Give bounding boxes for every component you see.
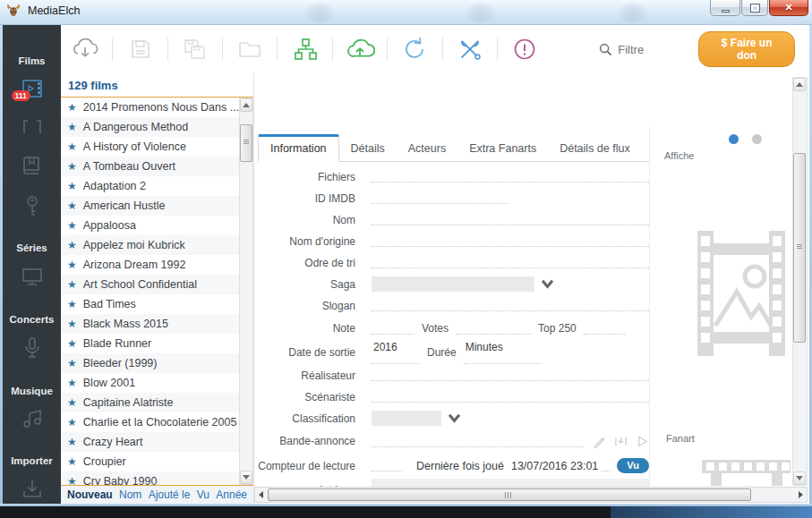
realisateur-field[interactable] bbox=[372, 369, 649, 381]
film-list-item[interactable]: ★ American Hustle bbox=[61, 196, 239, 216]
vu-toggle-button[interactable]: Vu bbox=[617, 458, 649, 473]
chevron-down-icon[interactable] bbox=[448, 413, 461, 423]
scroll-up-arrow[interactable] bbox=[240, 98, 252, 112]
sort-option[interactable]: Ajouté le bbox=[149, 488, 191, 501]
classification-select[interactable] bbox=[372, 411, 441, 426]
film-list-item[interactable]: ★ Croupier bbox=[61, 452, 239, 471]
imdb-field[interactable] bbox=[372, 192, 508, 204]
field-label: ID IMDB bbox=[255, 192, 355, 205]
top250-field[interactable] bbox=[584, 323, 625, 335]
film-list-item[interactable]: ★ Capitaine Alatriste bbox=[61, 393, 239, 412]
film-list-item[interactable]: ★ Crazy Heart bbox=[61, 432, 239, 452]
scroll-right-arrow[interactable] bbox=[795, 488, 807, 501]
save-all-button[interactable] bbox=[171, 37, 219, 62]
main-vertical-scrollbar[interactable] bbox=[792, 77, 808, 486]
scenariste-field[interactable] bbox=[372, 391, 649, 403]
sidebar-item-certifications[interactable] bbox=[21, 155, 44, 176]
settings-button[interactable] bbox=[446, 36, 494, 63]
film-list-item[interactable]: ★ A Dangerous Method bbox=[61, 117, 239, 137]
sidebar-section-series[interactable]: Séries bbox=[16, 242, 47, 253]
maximize-button[interactable] bbox=[741, 0, 768, 16]
film-list-item[interactable]: ★ Charlie et la Chocolaterie 2005 bbox=[61, 412, 239, 432]
tab-details-flux[interactable]: Détails de flux bbox=[548, 137, 642, 161]
slogan-field[interactable] bbox=[372, 300, 649, 311]
sidebar-item-importer[interactable] bbox=[21, 477, 44, 500]
bande-annonce-field[interactable] bbox=[372, 436, 584, 447]
sort-option[interactable]: Vu bbox=[197, 488, 209, 501]
sidebar-section-films[interactable]: Films bbox=[18, 55, 45, 66]
scrollbar-thumb[interactable] bbox=[240, 124, 252, 162]
film-list-item[interactable]: ★ Art School Confidential bbox=[61, 275, 239, 294]
scrollbar-thumb[interactable] bbox=[793, 153, 806, 343]
refresh-button[interactable] bbox=[390, 36, 439, 63]
film-list-item[interactable]: ★ 2014 Promenons Nous Dans ... bbox=[61, 98, 239, 117]
edit-pencil-icon[interactable] bbox=[593, 435, 606, 448]
film-list-item[interactable]: ★ Appaloosa bbox=[61, 216, 239, 235]
filter-input[interactable] bbox=[618, 43, 698, 56]
tab-details[interactable]: Détails bbox=[339, 137, 397, 161]
nom-origine-field[interactable] bbox=[372, 235, 649, 247]
sort-option[interactable]: Année bbox=[216, 488, 247, 501]
scroll-left-arrow[interactable] bbox=[255, 488, 267, 501]
scrollbar-thumb[interactable] bbox=[268, 488, 751, 501]
pager-dot-active[interactable] bbox=[729, 134, 739, 144]
derniere-value[interactable]: 13/07/2016 23:01 bbox=[511, 460, 598, 472]
ordre-tri-field[interactable] bbox=[372, 257, 649, 268]
sidebar-section-concerts[interactable]: Concerts bbox=[10, 314, 55, 325]
film-list-item[interactable]: ★ A History of Violence bbox=[61, 137, 239, 157]
pager-dot[interactable] bbox=[752, 134, 762, 144]
film-list-item[interactable]: ★ Bad Times bbox=[61, 294, 239, 314]
minimize-button[interactable] bbox=[710, 0, 740, 16]
sidebar-section-importer[interactable]: Importer bbox=[11, 455, 53, 466]
duree-suffix[interactable]: Minutes bbox=[464, 341, 541, 353]
tab-acteurs[interactable]: Acteurs bbox=[397, 137, 457, 161]
film-list-item[interactable]: ★ Appelez moi Kubrick bbox=[61, 235, 239, 255]
film-list-item[interactable]: ★ Black Mass 2015 bbox=[61, 314, 239, 334]
cloud-upload-button[interactable] bbox=[336, 36, 384, 63]
fanart-placeholder-image[interactable] bbox=[702, 460, 791, 486]
compteur-field[interactable] bbox=[372, 460, 402, 471]
main-horizontal-scrollbar[interactable] bbox=[254, 487, 808, 503]
download-trailer-icon[interactable] bbox=[614, 435, 628, 448]
scraper-download-button[interactable] bbox=[61, 36, 109, 63]
film-list-item[interactable]: ★ Cry Baby 1990 bbox=[61, 471, 239, 485]
film-list-item[interactable]: ★ Blade Runner bbox=[61, 334, 239, 353]
information-form: Fichiers ID IMDB Nom Nom d'origine Odre … bbox=[255, 166, 649, 504]
sort-option[interactable]: Nom bbox=[119, 488, 141, 501]
star-icon: ★ bbox=[67, 357, 77, 369]
sidebar-item-genres[interactable] bbox=[21, 117, 44, 137]
sidebar-item-series[interactable] bbox=[20, 266, 45, 287]
scroll-down-arrow[interactable] bbox=[793, 471, 806, 485]
sidebar-item-films[interactable]: 111 bbox=[21, 78, 44, 99]
note-field[interactable] bbox=[372, 323, 415, 335]
scroll-down-arrow[interactable] bbox=[240, 471, 252, 484]
film-list-item[interactable]: ★ Arizona Dream 1992 bbox=[61, 255, 239, 275]
nom-field[interactable] bbox=[372, 214, 649, 225]
votes-field[interactable] bbox=[456, 323, 531, 335]
sort-option[interactable]: Nouveau bbox=[67, 488, 113, 501]
sidebar-section-musique[interactable]: Musique bbox=[11, 386, 53, 396]
date-sortie-value[interactable]: 2016 bbox=[372, 341, 420, 353]
donate-button[interactable]: $ Faire un don bbox=[698, 31, 795, 67]
rename-structure-button[interactable] bbox=[280, 37, 329, 62]
sidebar-item-concerts[interactable] bbox=[21, 335, 43, 361]
film-list-scrollbar[interactable] bbox=[239, 98, 253, 485]
saga-select[interactable] bbox=[372, 276, 534, 292]
star-icon: ★ bbox=[67, 160, 77, 173]
film-list-item[interactable]: ★ Bleeder (1999) bbox=[61, 353, 239, 373]
sidebar-item-unlock[interactable] bbox=[21, 194, 43, 219]
film-list-item[interactable]: ★ Adaptation 2 bbox=[61, 176, 239, 196]
play-icon[interactable] bbox=[636, 435, 649, 448]
tab-extra-fanarts[interactable]: Extra Fanarts bbox=[457, 137, 548, 161]
scroll-up-arrow[interactable] bbox=[793, 78, 806, 91]
film-list-item[interactable]: ★ Blow 2001 bbox=[61, 373, 239, 393]
tab-information[interactable]: Information bbox=[258, 134, 339, 162]
save-button[interactable] bbox=[115, 37, 164, 62]
poster-placeholder-image[interactable] bbox=[690, 231, 791, 356]
close-button[interactable]: ✕ bbox=[769, 0, 808, 16]
open-folder-button[interactable] bbox=[226, 38, 274, 61]
film-list-item[interactable]: ★ A Tombeau Ouvert bbox=[61, 157, 239, 176]
sidebar-item-musique[interactable] bbox=[21, 407, 44, 430]
about-button[interactable] bbox=[500, 37, 549, 62]
chevron-down-icon[interactable] bbox=[541, 279, 554, 289]
